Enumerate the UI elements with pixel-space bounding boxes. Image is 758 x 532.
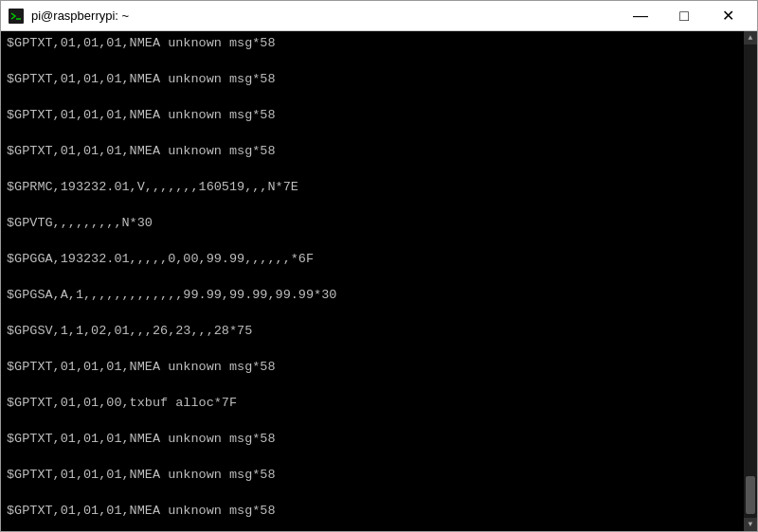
- terminal-line: $GPRMC,193232.01,V,,,,,,,160519,,,N*7E: [7, 179, 751, 197]
- terminal-line: [7, 449, 751, 467]
- terminal-line: [7, 233, 751, 251]
- terminal-line: $GPTXT,01,01,01,NMEA unknown msg*58: [7, 359, 751, 377]
- scrollbar[interactable]: ▲ ▼: [744, 31, 757, 531]
- terminal-line: $GPTXT,01,01,01,NMEA unknown msg*58: [7, 71, 751, 89]
- minimize-button[interactable]: —: [619, 1, 662, 31]
- window-title: pi@raspberrypi: ~: [31, 9, 619, 23]
- terminal-window: pi@raspberrypi: ~ — □ ✕ $GPTXT,01,01,01,…: [0, 0, 758, 532]
- terminal-line: [7, 377, 751, 395]
- terminal-line: [7, 125, 751, 143]
- terminal-line: [7, 341, 751, 359]
- scroll-down-arrow[interactable]: ▼: [744, 518, 757, 531]
- terminal-line: [7, 269, 751, 287]
- terminal-line: $GPTXT,01,01,01,NMEA unknown msg*58: [7, 467, 751, 485]
- window-controls: — □ ✕: [619, 1, 749, 31]
- terminal-line: [7, 89, 751, 107]
- terminal-line: $GPGSA,A,1,,,,,,,,,,,,,99.99,99.99,99.99…: [7, 287, 751, 305]
- terminal-line: $GPGSV,1,1,02,01,,,26,23,,,28*75: [7, 323, 751, 341]
- scroll-up-arrow[interactable]: ▲: [744, 31, 757, 44]
- terminal-line: $GPVTG,,,,,,,,,N*30: [7, 215, 751, 233]
- terminal-line: [7, 521, 751, 527]
- terminal-line: $GPTXT,01,01,01,NMEA unknown msg*58: [7, 35, 751, 53]
- terminal-output: $GPTXT,01,01,01,NMEA unknown msg*58$GPTX…: [7, 35, 751, 527]
- close-button[interactable]: ✕: [706, 1, 749, 31]
- scrollbar-thumb[interactable]: [746, 476, 755, 514]
- title-bar: pi@raspberrypi: ~ — □ ✕: [1, 1, 757, 31]
- terminal-line: $GPTXT,01,01,00,txbuf alloc*7F: [7, 395, 751, 413]
- terminal-line: $GPGGA,193232.01,,,,,0,00,99.99,,,,,,*6F: [7, 251, 751, 269]
- terminal-icon: [9, 9, 24, 24]
- terminal-line: [7, 53, 751, 71]
- terminal-body[interactable]: $GPTXT,01,01,01,NMEA unknown msg*58$GPTX…: [1, 31, 757, 531]
- terminal-line: $GPTXT,01,01,01,NMEA unknown msg*58: [7, 143, 751, 161]
- terminal-line: [7, 413, 751, 431]
- terminal-line: [7, 161, 751, 179]
- terminal-line: $GPTXT,01,01,01,NMEA unknown msg*58: [7, 431, 751, 449]
- terminal-line: [7, 305, 751, 323]
- terminal-line: $GPTXT,01,01,01,NMEA unknown msg*58: [7, 503, 751, 521]
- maximize-button[interactable]: □: [662, 1, 706, 31]
- terminal-line: [7, 197, 751, 215]
- terminal-line: $GPTXT,01,01,01,NMEA unknown msg*58: [7, 107, 751, 125]
- terminal-line: [7, 485, 751, 503]
